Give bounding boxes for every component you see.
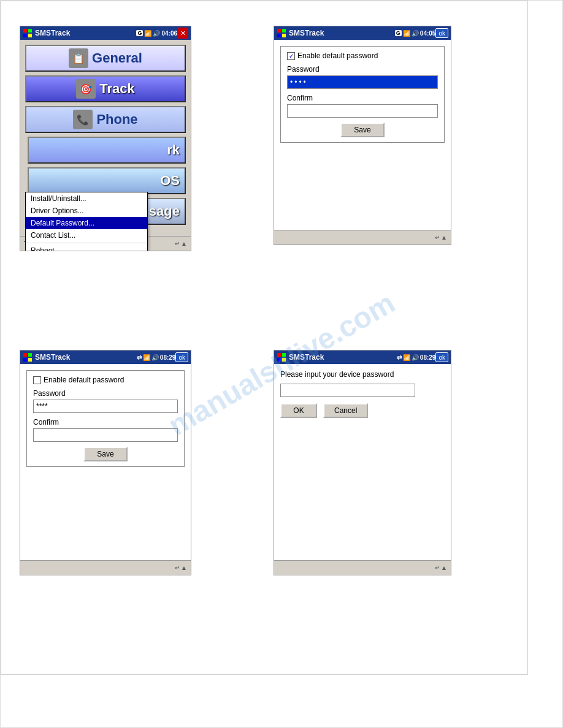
screen1-status: G 📶 🔊 04:06 (136, 30, 177, 37)
screen2-save-btn[interactable]: Save (340, 123, 384, 137)
screen2-signal: 📶 (403, 30, 410, 37)
screen2-toolbar: ↵ ▲ (274, 230, 451, 245)
screen4-content: Please input your device password OK Can… (274, 364, 451, 560)
scroll-down-1[interactable]: ↵ (175, 240, 180, 247)
screen3-password-label: Password (33, 389, 178, 398)
dropdown-driver[interactable]: Driver Options... (26, 205, 147, 217)
screen1-titlebar: SMSTrack G 📶 🔊 04:06 ✕ (20, 26, 191, 40)
screen4-time: 08:29 (420, 354, 436, 361)
partial-message-label: sage (149, 203, 185, 219)
scroll-up-3[interactable]: ▲ (181, 564, 187, 571)
screen1-close-btn[interactable]: ✕ (177, 28, 188, 39)
screen2-fieldset: ✓ Enable default password Password Confi… (280, 46, 445, 143)
screen2-g-badge: G (395, 30, 402, 36)
screen3-titlebar: SMSTrack ⇄ 📶 🔊 08:29 ok (20, 351, 191, 364)
svg-rect-12 (277, 353, 281, 357)
phone-icon: 📞 (73, 110, 93, 129)
svg-rect-10 (23, 358, 27, 362)
screen2-sound: 🔊 (412, 30, 419, 37)
dropdown-area: Install/Uninstall... Driver Options... D… (25, 137, 186, 229)
screen2-time: 04:05 (420, 30, 436, 37)
svg-rect-7 (282, 34, 286, 37)
screen3-confirm-label: Confirm (33, 418, 178, 427)
screen3-status: ⇄ 📶 🔊 08:29 (137, 354, 176, 361)
svg-rect-3 (28, 34, 32, 37)
scroll-up-4[interactable]: ▲ (441, 564, 447, 571)
svg-rect-11 (28, 358, 32, 362)
screen2-title: SMSTrack (289, 29, 395, 37)
screen2-content: ✓ Enable default password Password Confi… (274, 40, 451, 230)
partial-network: rk (28, 137, 186, 164)
screen3-toolbar: ↵ ▲ (20, 560, 191, 575)
svg-rect-4 (277, 29, 281, 32)
screen2-titlebar: SMSTrack G 📶 🔊 04:05 ok (274, 26, 451, 40)
screen2-password-input[interactable] (287, 75, 438, 89)
scroll-icons-2: ↵ ▲ (435, 234, 447, 241)
screen3-signal: 📶 (143, 354, 150, 361)
screen2: SMSTrack G 📶 🔊 04:05 ok ✓ Enable defau (274, 26, 451, 245)
phone-label: Phone (96, 112, 137, 127)
svg-rect-6 (277, 34, 281, 37)
screen1-g-badge: G (136, 30, 143, 36)
screen4-network-icon: ⇄ (397, 354, 402, 361)
screen3-network-icon: ⇄ (137, 354, 142, 361)
dropdown-reboot[interactable]: Reboot (26, 245, 147, 251)
scroll-down-3[interactable]: ↵ (175, 564, 180, 571)
screen1-time: 04:06 (161, 30, 177, 37)
screen4-ok-btn[interactable]: OK (280, 403, 317, 418)
screen4-toolbar: ↵ ▲ (274, 560, 451, 575)
partial-os-label: OS (160, 173, 185, 189)
dropdown-contact[interactable]: Contact List... (26, 229, 147, 241)
general-icon: 📋 (69, 48, 88, 68)
screen4-password-input[interactable] (280, 384, 415, 397)
svg-rect-2 (23, 34, 27, 37)
svg-rect-9 (28, 353, 32, 357)
screen3-sound: 🔊 (151, 354, 159, 361)
screen4-sound: 🔊 (412, 354, 419, 361)
screen3-title: SMSTrack (35, 353, 137, 362)
screen1-sound: 🔊 (153, 30, 160, 37)
screen3-content: Enable default password Password Confirm… (20, 364, 191, 560)
screen4-title: SMSTrack (289, 353, 397, 362)
svg-rect-14 (277, 358, 281, 362)
screen2-checkbox[interactable]: ✓ (287, 52, 295, 60)
svg-rect-8 (23, 353, 27, 357)
screen2-enable-label: Enable default password (297, 51, 378, 60)
scroll-down-2[interactable]: ↵ (435, 234, 440, 241)
screen4-buttons: OK Cancel (280, 403, 445, 418)
screen3-ok-btn[interactable]: ok (175, 352, 188, 362)
screen3-save-btn[interactable]: Save (83, 447, 127, 461)
scroll-icons-4: ↵ ▲ (435, 564, 447, 571)
screen3-password-input[interactable] (33, 400, 178, 413)
screen2-confirm-input[interactable] (287, 104, 438, 118)
screen1-wrapper: SMSTrack G 📶 🔊 04:06 ✕ 📋 General (20, 26, 255, 325)
dropdown-install[interactable]: Install/Uninstall... (26, 192, 147, 205)
general-btn[interactable]: 📋 General (25, 45, 186, 72)
screen2-wrapper: SMSTrack G 📶 🔊 04:05 ok ✓ Enable defau (274, 26, 509, 325)
partial-os: OS (28, 167, 186, 194)
screen3: SMSTrack ⇄ 📶 🔊 08:29 ok Enable defaul (20, 350, 191, 575)
screen1-title: SMSTrack (35, 29, 136, 37)
win-logo-3 (23, 352, 33, 362)
screen2-password-label: Password (287, 65, 438, 74)
screen3-legend: Enable default password (33, 376, 178, 384)
scroll-up-1[interactable]: ▲ (181, 240, 187, 247)
screen2-legend: ✓ Enable default password (287, 51, 438, 60)
track-btn[interactable]: 🎯 Track (25, 75, 186, 102)
screen3-checkbox[interactable] (33, 376, 41, 384)
screen3-enable-label: Enable default password (44, 376, 124, 384)
win-logo-1 (23, 28, 33, 38)
phone-btn[interactable]: 📞 Phone (25, 106, 186, 133)
scroll-up-2[interactable]: ▲ (441, 234, 447, 241)
track-icon: 🎯 (76, 79, 96, 99)
scroll-down-4[interactable]: ↵ (435, 564, 440, 571)
screen3-confirm-input[interactable] (33, 428, 178, 442)
screen4-ok-btn-title[interactable]: ok (435, 352, 448, 362)
screen4-cancel-btn[interactable]: Cancel (323, 403, 368, 418)
screen4: SMSTrack ⇄ 📶 🔊 08:29 ok Please input you… (274, 350, 451, 575)
screen2-ok-btn[interactable]: ok (435, 28, 448, 38)
dropdown-password[interactable]: Default Password... (26, 217, 147, 229)
track-label: Track (99, 81, 135, 97)
general-label: General (92, 50, 142, 66)
screen4-wrapper: SMSTrack ⇄ 📶 🔊 08:29 ok Please input you… (274, 350, 509, 650)
